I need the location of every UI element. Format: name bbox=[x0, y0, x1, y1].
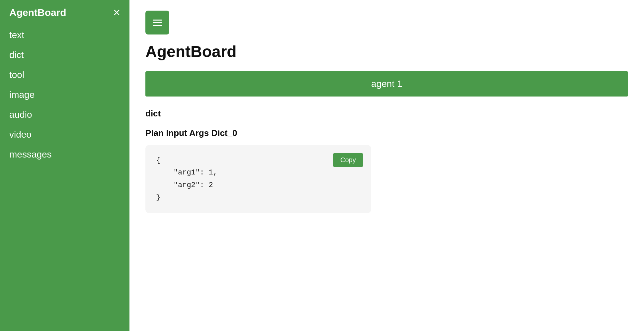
code-block-wrapper: { "arg1": 1, "arg2": 2 } Copy bbox=[145, 145, 371, 213]
sidebar: AgentBoard × textdicttoolimageaudiovideo… bbox=[0, 0, 129, 331]
sidebar-item-text[interactable]: text bbox=[9, 25, 120, 45]
copy-button[interactable]: Copy bbox=[333, 153, 363, 167]
page-title: AgentBoard bbox=[145, 42, 628, 61]
sidebar-item-dict[interactable]: dict bbox=[9, 45, 120, 65]
code-block: { "arg1": 1, "arg2": 2 } bbox=[156, 154, 361, 204]
sidebar-title: AgentBoard bbox=[9, 7, 66, 18]
section-label: dict bbox=[145, 108, 628, 119]
sidebar-item-messages[interactable]: messages bbox=[9, 145, 120, 165]
dict-block-title: Plan Input Args Dict_0 bbox=[145, 128, 628, 138]
sidebar-item-tool[interactable]: tool bbox=[9, 65, 120, 85]
sidebar-item-audio[interactable]: audio bbox=[9, 105, 120, 125]
agent-banner: agent 1 bbox=[145, 71, 628, 97]
hamburger-icon bbox=[153, 20, 162, 26]
sidebar-item-video[interactable]: video bbox=[9, 125, 120, 145]
close-button[interactable]: × bbox=[113, 7, 120, 19]
sidebar-header: AgentBoard × bbox=[0, 0, 129, 25]
sidebar-item-image[interactable]: image bbox=[9, 85, 120, 105]
main-content: AgentBoard agent 1 dict Plan Input Args … bbox=[129, 0, 644, 331]
hamburger-button[interactable] bbox=[145, 11, 169, 34]
sidebar-nav: textdicttoolimageaudiovideomessages bbox=[0, 25, 129, 165]
